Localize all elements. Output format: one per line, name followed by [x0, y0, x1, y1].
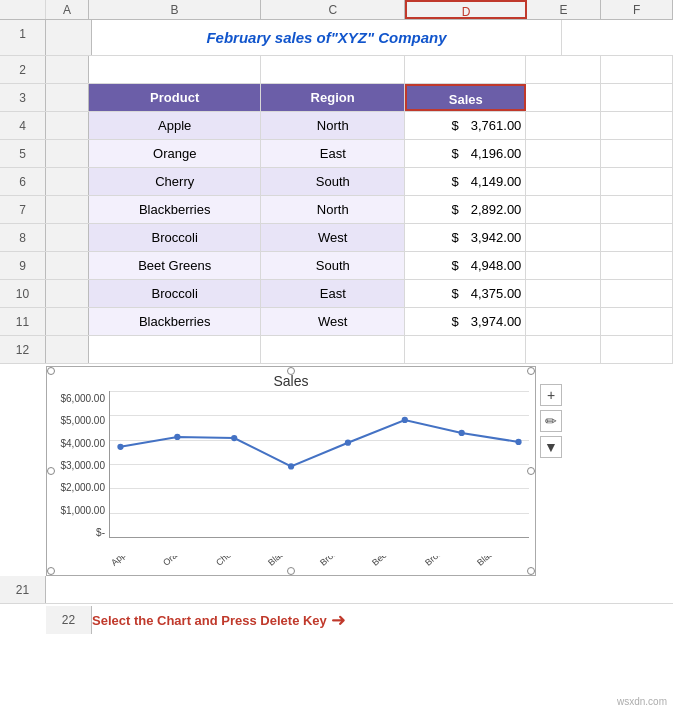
sales-cell-5[interactable]: $4,196.00: [405, 140, 526, 167]
y-axis-label: $2,000.00: [51, 482, 105, 493]
arrow-icon: ➜: [331, 609, 346, 631]
row-num-4: 4: [0, 112, 46, 139]
instruction-text: Select the Chart and Press Delete Key: [92, 613, 327, 628]
table-row-8: 8 Broccoli West $3,942.00: [0, 224, 673, 252]
y-axis-labels: $6,000.00$5,000.00$4,000.00$3,000.00$2,0…: [47, 391, 109, 556]
cell-b1[interactable]: February sales of"XYZ" Company: [92, 20, 562, 55]
chart-section: Sales $6,000.00$5,000.00$4,000.00$3,000.…: [0, 364, 673, 576]
svg-point-0: [117, 444, 123, 450]
y-axis-label: $1,000.00: [51, 505, 105, 516]
sales-cell-9[interactable]: $4,948.00: [405, 252, 526, 279]
x-axis-label: Blackberries: [475, 556, 527, 588]
handle-bm[interactable]: [287, 567, 295, 575]
table-header-row: 3 Product Region Sales: [0, 84, 673, 112]
spreadsheet-title: February sales of"XYZ" Company: [206, 20, 446, 55]
handle-bl[interactable]: [47, 567, 55, 575]
table-row-7: 7 Blackberries North $2,892.00: [0, 196, 673, 224]
row-num-22: 22: [46, 606, 92, 634]
cell-a1: [46, 20, 92, 55]
sales-cell-10[interactable]: $4,375.00: [405, 280, 526, 307]
row-2: 2: [0, 56, 673, 84]
svg-point-6: [459, 430, 465, 436]
row-num-3: 3: [0, 84, 46, 111]
col-header-c: C: [261, 0, 405, 19]
header-region: Region: [261, 84, 405, 111]
handle-br[interactable]: [527, 567, 535, 575]
x-axis-labels: AppleOrangeCherryBlackberriesBroccoliBee…: [109, 556, 527, 596]
row-num-5: 5: [0, 140, 46, 167]
table-row-10: 10 Broccoli East $4,375.00: [0, 280, 673, 308]
sales-cell-6[interactable]: $4,149.00: [405, 168, 526, 195]
svg-point-3: [288, 463, 294, 469]
product-cell-9[interactable]: Beet Greens: [89, 252, 261, 279]
svg-point-5: [402, 417, 408, 423]
chart-style-button[interactable]: ✏: [540, 410, 562, 432]
chart-filter-button[interactable]: ▼: [540, 436, 562, 458]
region-cell-7[interactable]: North: [261, 196, 405, 223]
handle-tr[interactable]: [527, 367, 535, 375]
product-cell-5[interactable]: Orange: [89, 140, 261, 167]
sales-cell-8[interactable]: $3,942.00: [405, 224, 526, 251]
grid: 1 February sales of"XYZ" Company 2 3 Pro…: [0, 20, 673, 364]
row-num-11: 11: [0, 308, 46, 335]
watermark: wsxdn.com: [617, 696, 667, 707]
header-sales: Sales: [405, 84, 526, 111]
handle-mr[interactable]: [527, 467, 535, 475]
y-axis-label: $6,000.00: [51, 393, 105, 404]
handle-tl[interactable]: [47, 367, 55, 375]
table-row-6: 6 Cherry South $4,149.00: [0, 168, 673, 196]
spreadsheet: A B C D E F 1 February sales of"XYZ" Com…: [0, 0, 673, 711]
col-header-a: A: [46, 0, 89, 19]
product-cell-11[interactable]: Blackberries: [89, 308, 261, 335]
svg-point-4: [345, 440, 351, 446]
region-cell-5[interactable]: East: [261, 140, 405, 167]
sales-cell-4[interactable]: $3,761.00: [405, 112, 526, 139]
product-cell-7[interactable]: Blackberries: [89, 196, 261, 223]
row-num-9: 9: [0, 252, 46, 279]
svg-point-1: [174, 434, 180, 440]
chart-plot-area: [109, 391, 529, 538]
row-num-7: 7: [0, 196, 46, 223]
y-axis-label: $5,000.00: [51, 415, 105, 426]
region-cell-10[interactable]: East: [261, 280, 405, 307]
region-cell-9[interactable]: South: [261, 252, 405, 279]
sales-cell-7[interactable]: $2,892.00: [405, 196, 526, 223]
table-row-4: 4 Apple North $3,761.00: [0, 112, 673, 140]
product-cell-4[interactable]: Apple: [89, 112, 261, 139]
sales-cell-11[interactable]: $3,974.00: [405, 308, 526, 335]
column-headers: A B C D E F: [0, 0, 673, 20]
col-header-b: B: [89, 0, 261, 19]
instruction-row: 22 Select the Chart and Press Delete Key…: [0, 604, 673, 636]
region-cell-11[interactable]: West: [261, 308, 405, 335]
col-header-d: D: [405, 0, 526, 19]
chart-icon-buttons: + ✏ ▼: [540, 384, 562, 458]
row-num-8: 8: [0, 224, 46, 251]
region-cell-6[interactable]: South: [261, 168, 405, 195]
table-row-5: 5 Orange East $4,196.00: [0, 140, 673, 168]
region-cell-4[interactable]: North: [261, 112, 405, 139]
header-product: Product: [89, 84, 261, 111]
row-num-6: 6: [0, 168, 46, 195]
chart-body: $6,000.00$5,000.00$4,000.00$3,000.00$2,0…: [47, 391, 535, 556]
product-cell-6[interactable]: Cherry: [89, 168, 261, 195]
line-chart-svg: [110, 391, 529, 537]
chart[interactable]: Sales $6,000.00$5,000.00$4,000.00$3,000.…: [46, 366, 536, 576]
svg-point-7: [515, 439, 521, 445]
handle-ml[interactable]: [47, 467, 55, 475]
handle-tm[interactable]: [287, 367, 295, 375]
region-cell-8[interactable]: West: [261, 224, 405, 251]
row-num-1: 1: [0, 20, 46, 55]
y-axis-label: $4,000.00: [51, 438, 105, 449]
product-cell-8[interactable]: Broccoli: [89, 224, 261, 251]
row-12: 12: [0, 336, 673, 364]
col-header-f: F: [601, 0, 673, 19]
y-axis-label: $3,000.00: [51, 460, 105, 471]
row-num-2: 2: [0, 56, 46, 83]
table-row-11: 11 Blackberries West $3,974.00: [0, 308, 673, 336]
svg-point-2: [231, 435, 237, 441]
product-cell-10[interactable]: Broccoli: [89, 280, 261, 307]
table-row-9: 9 Beet Greens South $4,948.00: [0, 252, 673, 280]
add-element-button[interactable]: +: [540, 384, 562, 406]
row-num-10: 10: [0, 280, 46, 307]
corner-cell: [0, 0, 46, 19]
